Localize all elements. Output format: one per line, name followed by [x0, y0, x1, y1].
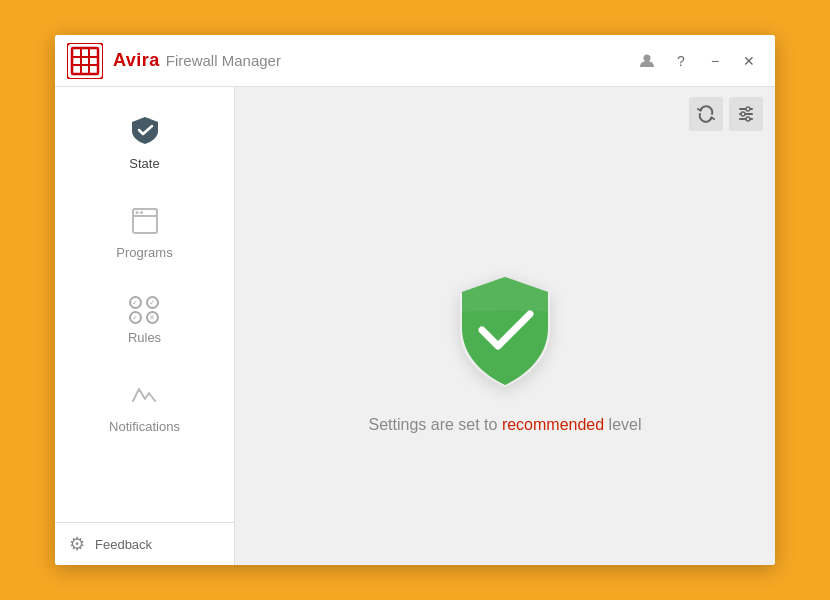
refresh-button[interactable]	[689, 97, 723, 131]
user-icon	[639, 53, 655, 69]
sidebar-item-programs[interactable]: Programs	[55, 189, 234, 278]
state-icon	[130, 115, 160, 150]
svg-point-10	[135, 211, 138, 214]
sidebar-footer-feedback[interactable]: ⚙ Feedback	[55, 522, 234, 565]
help-icon: ?	[677, 53, 685, 69]
avira-logo	[67, 43, 103, 79]
status-text: Settings are set to recommended level	[368, 416, 641, 434]
gear-icon: ⚙	[69, 533, 85, 555]
sidebar-nav: State Programs	[55, 87, 234, 522]
close-button[interactable]: ✕	[735, 47, 763, 75]
sidebar: State Programs	[55, 87, 235, 565]
rule-check-2	[146, 296, 159, 309]
shield-container	[450, 272, 560, 392]
app-subtitle: Firewall Manager	[166, 52, 281, 69]
rule-check-1	[129, 296, 142, 309]
status-text-part1: Settings are set to	[368, 416, 501, 433]
rule-check-3	[129, 311, 142, 324]
settings-button[interactable]	[729, 97, 763, 131]
help-button[interactable]: ?	[667, 47, 695, 75]
notifications-icon	[131, 381, 159, 413]
svg-point-7	[644, 54, 651, 61]
rules-icon	[129, 296, 161, 324]
close-icon: ✕	[743, 53, 755, 69]
user-button[interactable]	[633, 47, 661, 75]
minimize-icon: −	[711, 53, 719, 69]
titlebar: Avira Firewall Manager ? − ✕	[55, 35, 775, 87]
svg-point-16	[741, 112, 745, 116]
sidebar-item-rules-label: Rules	[128, 330, 161, 345]
programs-icon	[131, 207, 159, 239]
sidebar-item-state[interactable]: State	[55, 97, 234, 189]
status-text-part2: level	[604, 416, 641, 433]
app-name: Avira	[113, 50, 160, 71]
content-area: Settings are set to recommended level	[235, 87, 775, 565]
status-text-highlight: recommended	[502, 416, 604, 433]
window-controls: ? − ✕	[633, 47, 763, 75]
minimize-button[interactable]: −	[701, 47, 729, 75]
main-area: State Programs	[55, 87, 775, 565]
refresh-icon	[697, 105, 715, 123]
sidebar-item-notifications-label: Notifications	[109, 419, 180, 434]
svg-point-11	[140, 211, 143, 214]
sidebar-item-programs-label: Programs	[116, 245, 172, 260]
svg-point-15	[746, 107, 750, 111]
sidebar-item-state-label: State	[129, 156, 159, 171]
content-main: Settings are set to recommended level	[235, 141, 775, 565]
sidebar-item-rules[interactable]: Rules	[55, 278, 234, 363]
sliders-icon	[737, 105, 755, 123]
sidebar-item-notifications[interactable]: Notifications	[55, 363, 234, 452]
rule-cross	[146, 311, 159, 324]
svg-point-17	[746, 117, 750, 121]
svg-rect-1	[70, 46, 100, 76]
application-window: Avira Firewall Manager ? − ✕	[55, 35, 775, 565]
feedback-label: Feedback	[95, 537, 152, 552]
content-toolbar	[235, 87, 775, 141]
shield-icon	[450, 272, 560, 392]
